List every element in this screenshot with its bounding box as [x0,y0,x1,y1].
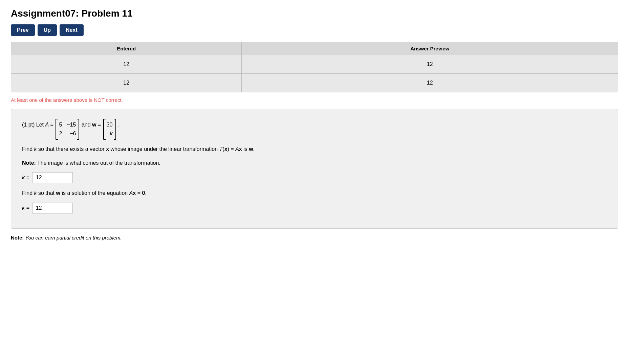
find-k-solution-line: Find k so that w is a solution of the eq… [22,188,607,198]
k-answer-row-2: k = [22,203,607,213]
matrix-A-cells: 5 −15 2 −6 [56,119,79,140]
entered-cell: 12 [11,74,242,92]
cell-a22: −6 [67,130,76,138]
entered-cell: 12 [11,55,242,74]
problem-statement-line: (1 pt) Let A = 5 −15 2 −6 and w = 30 k . [22,119,607,140]
col-preview-header: Answer Preview [242,42,618,55]
table-row: 12 12 [11,55,618,74]
up-button[interactable]: Up [38,24,57,36]
find-k-image-line: Find k so that there exists a vector x w… [22,144,607,154]
vector-w: 30 k [103,119,117,140]
period: . [118,122,120,128]
cell-a12: −15 [67,121,76,129]
k-input-2[interactable] [32,203,73,213]
note-label-1: Note: [22,160,36,166]
vector-w-cells: 30 k [103,119,116,140]
preview-cell: 12 [242,55,618,74]
next-button[interactable]: Next [60,24,84,36]
error-message: At least one of the answers above is NOT… [11,97,618,103]
cell-w2: k [107,130,113,138]
answer-table: Entered Answer Preview 12 12 12 12 [11,42,618,92]
k-label-1: k = [22,175,29,181]
and-w-label: and w = [82,122,103,128]
problem-box: (1 pt) Let A = 5 −15 2 −6 and w = 30 k .… [11,109,618,229]
matrix-A: 5 −15 2 −6 [55,119,80,140]
cell-a21: 2 [59,130,62,138]
cell-w1: 30 [107,121,113,129]
k-label-2: k = [22,205,29,211]
k-answer-row-1: k = [22,172,607,183]
cell-a11: 5 [59,121,62,129]
k-input-1[interactable] [32,172,73,183]
footer-note-bold: Note: [11,235,24,241]
problem-points: (1 pt) Let A = [22,122,55,128]
preview-cell: 12 [242,74,618,92]
footer-note: Note: You can earn partial credit on thi… [11,235,618,241]
prev-button[interactable]: Prev [11,24,35,36]
footer-note-text: You can earn partial credit on this prob… [25,235,122,241]
note-image-line: Note: The image is what comes out of the… [22,158,607,167]
col-entered-header: Entered [11,42,242,55]
page-title: Assignment07: Problem 11 [11,8,618,19]
nav-buttons: Prev Up Next [11,24,618,36]
table-row: 12 12 [11,74,618,92]
